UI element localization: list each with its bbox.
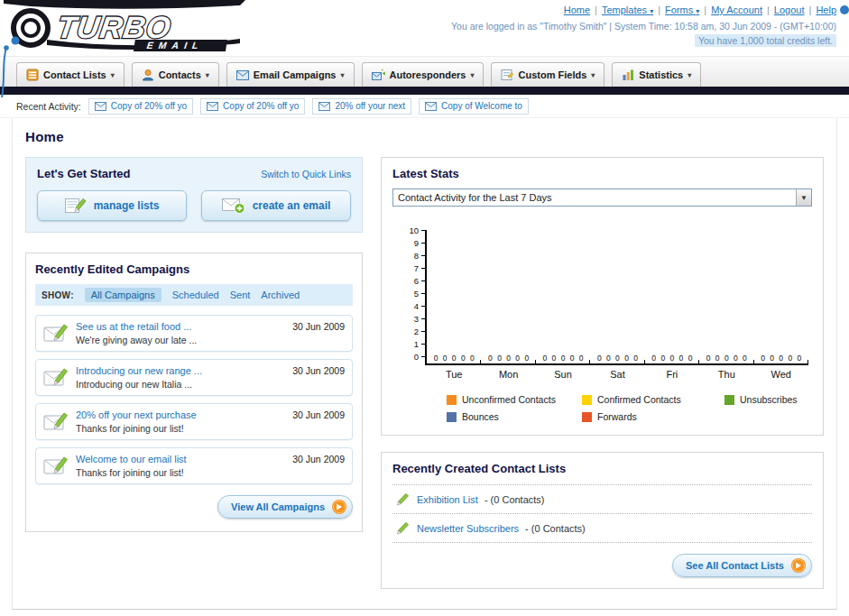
see-all-contact-lists-label: See All Contact Lists <box>686 560 784 571</box>
campaign-title-link[interactable]: See us at the retail food ... <box>76 321 197 332</box>
stats-period-value: Contact Activity for the Last 7 Days <box>398 192 552 203</box>
contact-list-link[interactable]: Exhibition List <box>417 494 478 505</box>
filter-all-campaigns[interactable]: All Campaigns <box>85 288 161 302</box>
view-all-campaigns-button[interactable]: View All Campaigns <box>217 495 353 519</box>
filter-sent[interactable]: Sent <box>230 290 251 300</box>
chevron-down-icon: ▾ <box>206 71 209 79</box>
tab-contact-lists[interactable]: Contact Lists ▾ <box>16 62 125 87</box>
campaign-subtitle: Introducing our new Italia ... <box>76 379 202 390</box>
header: TURBO EMAIL Home|Templates ▾|Forms ▾|My … <box>0 0 849 56</box>
chart-x-groups: 0 0 0 0 00 0 0 0 00 0 0 0 00 0 0 0 00 0 … <box>427 230 808 363</box>
campaign-filter-bar: SHOW: All Campaigns Scheduled Sent Archi… <box>35 284 353 306</box>
email-icon <box>425 102 437 111</box>
campaign-title-link[interactable]: 20% off your next purchase <box>76 409 197 420</box>
contact-activity-chart: 109876543210 0 0 0 0 00 0 0 0 00 0 0 0 0… <box>405 230 808 422</box>
create-email-icon <box>222 197 245 215</box>
chevron-down-icon: ▾ <box>111 71 115 79</box>
recent-activity-item[interactable]: Copy of 20% off yo <box>88 98 193 115</box>
recent-activity-item-label: Copy of 20% off yo <box>111 101 187 111</box>
tab-label: Contacts <box>159 69 201 80</box>
contact-list-link[interactable]: Newsletter Subscribers <box>417 523 519 534</box>
campaign-date: 30 Jun 2009 <box>292 409 345 420</box>
legend-item: Unconfirmed Contacts <box>447 394 582 405</box>
campaign-subtitle: We're giving away our late ... <box>76 335 197 345</box>
campaign-list: See us at the retail food ... We're givi… <box>35 315 353 484</box>
legend-swatch <box>724 395 734 405</box>
top-link-help[interactable]: Help <box>816 5 836 15</box>
recent-activity-item[interactable]: 20% off your next <box>312 98 411 115</box>
switch-to-quick-links[interactable]: Switch to Quick Links <box>261 169 351 179</box>
recent-activity-label: Recent Activity: <box>16 101 81 112</box>
create-email-label: create an email <box>253 199 331 212</box>
right-column: Latest Stats Contact Activity for the La… <box>381 157 824 589</box>
arrow-right-icon <box>791 558 806 573</box>
recent-activity-item[interactable]: Copy of 20% off yo <box>200 98 305 115</box>
campaign-title-link[interactable]: Introducing our new range ... <box>76 365 202 376</box>
recent-activity-item[interactable]: Copy of Welcome to <box>419 98 529 115</box>
email-icon <box>318 102 330 111</box>
left-column: Let's Get Started Switch to Quick Links … <box>25 157 363 532</box>
manage-lists-button[interactable]: manage lists <box>37 190 187 221</box>
campaigns-title: Recently Edited Campaigns <box>35 262 353 276</box>
statistics-icon <box>622 69 634 81</box>
legend-item: Forwards <box>582 411 724 422</box>
recent-activity-item-label: Copy of 20% off yo <box>223 101 299 111</box>
chart-y-axis: 109876543210 <box>405 225 425 361</box>
email-icon <box>207 102 218 111</box>
top-link-logout[interactable]: Logout <box>774 5 805 15</box>
separator: | <box>595 5 597 15</box>
dropdown-arrow-icon: ▼ <box>796 189 811 206</box>
get-started-title: Let's Get Started <box>37 167 131 180</box>
contact-lists-title: Recently Created Contact Lists <box>392 462 812 475</box>
legend-swatch <box>582 395 592 405</box>
top-nav: Home|Templates ▾|Forms ▾|My Account|Logo… <box>451 5 836 15</box>
top-link-my-account[interactable]: My Account <box>711 5 762 15</box>
email-icon <box>95 102 106 111</box>
filter-archived[interactable]: Archived <box>261 290 300 300</box>
view-all-campaigns-label: View All Campaigns <box>231 501 325 512</box>
recent-activity-item-label: Copy of Welcome to <box>441 101 522 111</box>
campaign-envelope-pencil-icon <box>43 323 69 343</box>
pencil-icon <box>394 521 411 535</box>
see-all-contact-lists-button[interactable]: See All Contact Lists <box>672 554 812 577</box>
stats-period-select[interactable]: Contact Activity for the Last 7 Days ▼ <box>392 188 812 207</box>
top-link-templates-label: Templates <box>602 5 647 15</box>
campaign-subtitle: Thanks for joining our list! <box>76 423 197 434</box>
top-link-forms[interactable]: Forms ▾ <box>665 5 699 15</box>
pencil-icon <box>394 492 411 506</box>
top-link-home[interactable]: Home <box>564 5 590 15</box>
tab-label: Statistics <box>639 69 683 80</box>
campaign-row: Introducing our new range ... Introducin… <box>35 359 353 396</box>
manage-lists-icon <box>65 198 87 214</box>
chevron-down-icon: ▾ <box>696 7 699 15</box>
login-status-text: You are logged in as "Timothy Smith" | S… <box>451 21 836 32</box>
campaign-title-link[interactable]: Welcome to our email list <box>76 454 187 464</box>
turbo-email-logo: TURBO EMAIL <box>4 0 245 54</box>
top-link-templates[interactable]: Templates ▾ <box>602 5 653 15</box>
contact-list-count: - (0 Contacts) <box>484 494 545 505</box>
logo-email-text: EMAIL <box>146 41 204 51</box>
logo-turbo-text: TURBO <box>55 10 173 44</box>
campaign-envelope-pencil-icon <box>43 411 69 431</box>
filter-scheduled[interactable]: Scheduled <box>172 290 219 300</box>
create-email-button[interactable]: create an email <box>201 190 351 221</box>
chevron-down-icon: ▾ <box>470 71 474 79</box>
tab-custom-fields[interactable]: Custom Fields ▾ <box>491 62 604 87</box>
chart-legend: Unconfirmed ContactsConfirmed ContactsUn… <box>447 394 808 422</box>
campaign-envelope-pencil-icon <box>43 367 69 387</box>
separator: | <box>767 5 770 15</box>
legend-item: Confirmed Contacts <box>582 394 724 405</box>
tab-contacts[interactable]: Contacts ▾ <box>132 62 219 87</box>
tab-email-campaigns[interactable]: Email Campaigns ▾ <box>226 62 355 87</box>
campaign-date: 30 Jun 2009 <box>292 321 345 332</box>
manage-lists-label: manage lists <box>94 199 160 212</box>
tab-statistics[interactable]: Statistics ▾ <box>612 62 701 87</box>
chevron-down-icon: ▾ <box>650 7 653 15</box>
show-label: SHOW: <box>42 290 74 300</box>
tab-autoresponders[interactable]: Autoresponders ▾ <box>362 62 484 87</box>
campaign-date: 30 Jun 2009 <box>292 365 345 376</box>
logo-antenna-decoration <box>0 45 9 99</box>
contact-lists-panel: Recently Created Contact Lists Exhibitio… <box>381 452 824 589</box>
chart-plot: 0 0 0 0 00 0 0 0 00 0 0 0 00 0 0 0 00 0 … <box>425 230 808 365</box>
legend-item: Bounces <box>447 411 582 422</box>
